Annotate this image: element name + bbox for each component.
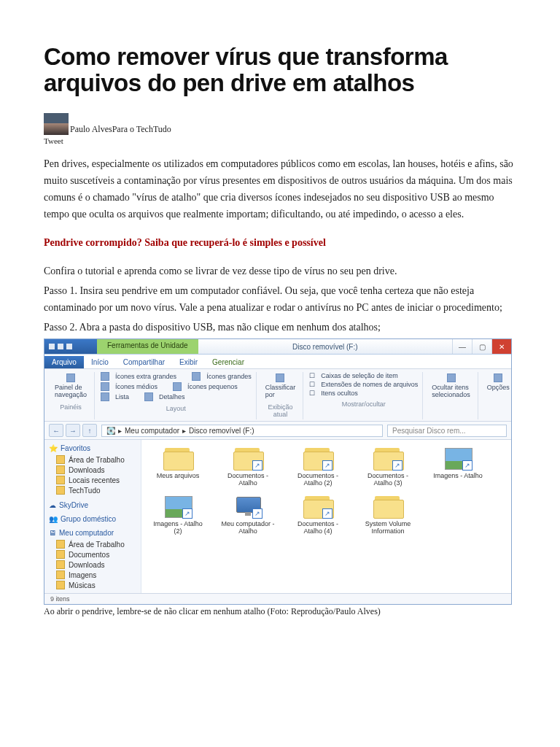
byline: Paulo AlvesPara o TechTudo: [44, 113, 516, 135]
shortcut-docs-2[interactable]: ↗ Documentos - Atalho (2): [289, 446, 347, 487]
ribbon: Painel de navegação Painéis Ícones extra…: [44, 369, 511, 422]
tab-home[interactable]: Início: [84, 356, 116, 368]
up-button[interactable]: ↑: [82, 424, 97, 437]
address-bar: ← → ↑ 💽 ▸ Meu computador ▸ Disco removív…: [44, 422, 511, 440]
breadcrumb[interactable]: 💽 ▸ Meu computador ▸ Disco removível (F:…: [101, 425, 383, 437]
sidebar-homegroup[interactable]: 👥 Grupo doméstico: [49, 515, 136, 523]
cb-item-check[interactable]: Caixas de seleção de item: [321, 372, 398, 379]
layout-details[interactable]: Detalhes: [159, 393, 185, 400]
nav-sidebar: ⭐ Favoritos Área de Trabalho Downloads L…: [44, 440, 141, 593]
author-source: Para o TechTudo: [112, 124, 171, 134]
cb-extensions[interactable]: Extensões de nomes de arquivos: [321, 381, 418, 388]
sidebar-item-techtudo[interactable]: TechTudo: [49, 485, 136, 495]
tab-manage[interactable]: Gerenciar: [205, 356, 252, 368]
layout-l-icons[interactable]: Ícones grandes: [206, 373, 252, 380]
group-layout-label: Layout: [101, 405, 252, 412]
layout-list[interactable]: Lista: [115, 393, 129, 400]
shortcut-docs-1[interactable]: ↗ Documentos - Atalho: [219, 446, 277, 487]
sidebar-item-c-docs[interactable]: Documentos: [49, 549, 136, 560]
group-panels-label: Painéis: [52, 403, 90, 411]
shortcut-docs-4[interactable]: ↗ Documentos - Atalho (4): [289, 494, 347, 535]
author-name: Paulo Alves: [70, 124, 112, 134]
sidebar-item-c-images[interactable]: Imagens: [49, 570, 136, 580]
status-bar: 9 itens: [44, 593, 511, 604]
back-button[interactable]: ←: [49, 424, 63, 437]
folder-shortcut-icon: ↗: [232, 446, 264, 471]
tab-share[interactable]: Compartilhar: [116, 356, 172, 368]
sidebar-computer[interactable]: 🖥 Meu computador: [49, 529, 136, 537]
step-1-text: Passo 1. Insira seu pendrive em um compu…: [44, 282, 516, 316]
ribbon-context-label: Ferramentas de Unidade: [97, 339, 198, 354]
folder-meus-arquivos[interactable]: Meus arquivos: [149, 446, 207, 487]
hide-selected-button[interactable]: Ocultar itens selecionados: [429, 372, 473, 400]
article-title: Como remover vírus que transforma arquiv…: [44, 44, 516, 97]
step-2-text: Passo 2. Abra a pasta do dispositivo USB…: [44, 319, 516, 336]
shortcut-images-2[interactable]: ↗ Imagens - Atalho (2): [149, 494, 207, 535]
layout-s-icons[interactable]: Ícones pequenos: [187, 383, 238, 390]
sidebar-item-downloads[interactable]: Downloads: [49, 465, 136, 475]
computer-shortcut-icon: ↗: [232, 494, 264, 519]
file-pane: Meus arquivos ↗ Documentos - Atalho ↗ Do…: [141, 440, 511, 593]
explorer-screenshot: Ferramentas de Unidade Disco removível (…: [44, 338, 512, 605]
author-avatar: [44, 113, 69, 135]
forward-button[interactable]: →: [66, 424, 80, 437]
image-shortcut-icon: ↗: [442, 446, 474, 471]
search-input[interactable]: Pesquisar Disco rem...: [387, 425, 507, 437]
sidebar-item-c-desktop[interactable]: Área de Trabalho: [49, 539, 136, 549]
window-title: Disco removível (F:): [198, 339, 452, 354]
sidebar-item-c-music[interactable]: Músicas: [49, 580, 136, 590]
sort-icon: [276, 374, 284, 382]
hide-icon: [447, 374, 456, 382]
shortcut-images-1[interactable]: ↗ Imagens - Atalho: [429, 446, 487, 487]
image-caption: Ao abrir o pendrive, lembre-se de não cl…: [44, 606, 516, 617]
sidebar-item-c-downloads[interactable]: Downloads: [49, 560, 136, 570]
options-icon: [494, 374, 502, 382]
group-currentview-label: Exibição atual: [262, 403, 299, 418]
window-titlebar: Ferramentas de Unidade Disco removível (…: [44, 339, 511, 355]
options-button[interactable]: Opções: [484, 372, 513, 392]
shortcut-computer[interactable]: ↗ Meu computador - Atalho: [219, 494, 277, 535]
drive-icon: 💽: [106, 427, 115, 435]
tab-file[interactable]: Arquivo: [44, 356, 84, 368]
sidebar-item-recent[interactable]: Locais recentes: [49, 475, 136, 485]
folder-icon: [162, 446, 194, 471]
nav-pane-icon: [66, 374, 75, 382]
maximize-button[interactable]: ▢: [472, 339, 491, 354]
related-article-link[interactable]: Pendrive corrompido? Saiba que recuperá-…: [44, 234, 516, 251]
sidebar-favorites[interactable]: ⭐ Favoritos: [49, 444, 136, 452]
intro-paragraph: Pen drives, especialmente os utilizados …: [44, 155, 516, 222]
tweet-link[interactable]: Tweet: [44, 136, 516, 145]
shortcut-docs-3[interactable]: ↗ Documentos - Atalho (3): [359, 446, 417, 487]
path-drive[interactable]: Disco removível (F:): [189, 427, 254, 435]
sort-by-button[interactable]: Classificar por: [262, 372, 299, 400]
tutorial-intro: Confira o tutorial e aprenda como se liv…: [44, 263, 516, 279]
nav-pane-button[interactable]: Painel de navegação: [52, 372, 90, 400]
qat-icons: [44, 339, 97, 354]
layout-xl-icons[interactable]: Ícones extra grandes: [115, 373, 176, 380]
tab-view[interactable]: Exibir: [172, 356, 205, 368]
cb-hidden[interactable]: Itens ocultos: [321, 390, 358, 397]
sidebar-skydrive[interactable]: ☁ SkyDrive: [49, 501, 136, 509]
group-showhide-label: Mostrar/ocultar: [309, 400, 418, 408]
folder-svi[interactable]: System Volume Information: [359, 494, 417, 535]
path-root[interactable]: Meu computador: [125, 427, 179, 435]
ribbon-tabs: Arquivo Início Compartilhar Exibir Geren…: [44, 355, 511, 369]
layout-m-icons[interactable]: Ícones médios: [115, 383, 158, 390]
sidebar-item-desktop[interactable]: Área de Trabalho: [49, 454, 136, 465]
close-button[interactable]: ✕: [491, 339, 511, 354]
minimize-button[interactable]: —: [452, 339, 472, 354]
